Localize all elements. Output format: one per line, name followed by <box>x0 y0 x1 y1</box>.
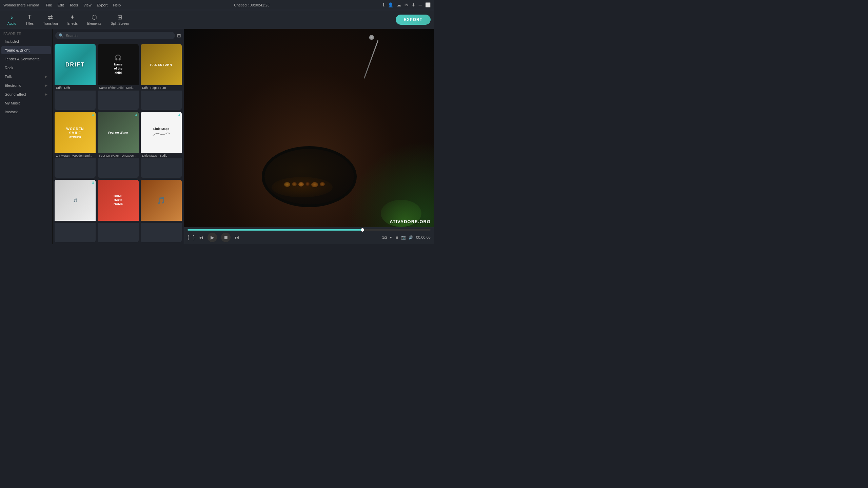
menu-edit[interactable]: Edit <box>57 3 64 7</box>
elements-label: Elements <box>87 22 101 25</box>
split-screen-icon: ⊞ <box>117 14 122 21</box>
maps-download-icon: ⬇ <box>178 113 180 117</box>
included-label: Included <box>5 39 19 43</box>
sidebar-item-imstock[interactable]: Imstock <box>1 108 51 116</box>
watermark: ATIVADORE.ORG <box>390 219 431 224</box>
snapshot-icon: 📷 <box>401 235 406 240</box>
page-selector[interactable]: ▾ <box>390 235 392 240</box>
sidebar-item-rock[interactable]: Rock <box>1 64 51 72</box>
sidebar-item-my-music[interactable]: My Music <box>1 99 51 107</box>
menu-help[interactable]: Help <box>113 3 121 7</box>
toolbar-titles[interactable]: T Titles <box>22 13 38 27</box>
next-frame-button[interactable]: ⏭ <box>235 235 239 240</box>
electronic-label: Electronic <box>5 83 21 87</box>
cloud-icon[interactable]: ☁ <box>397 2 401 7</box>
volume-icon[interactable]: 🔊 <box>409 235 413 240</box>
card-name-title: Name of the Child - Moti... <box>98 85 139 91</box>
card-pages-title: Drift - Pages Turn <box>141 85 182 91</box>
menu-export[interactable]: Export <box>97 3 108 7</box>
menu-view[interactable]: View <box>83 3 92 7</box>
sidebar-item-included[interactable]: Included <box>1 37 51 45</box>
window-title: Untitled : 00:00:41:23 <box>121 3 383 7</box>
minimize-icon[interactable]: ─ <box>419 2 422 7</box>
top-bar: Wondershare Filmora File Edit Tools View… <box>0 0 434 10</box>
menu-tools[interactable]: Tools <box>69 3 78 7</box>
card-wooden-img: WOODENSMILE ZIV MORAN ⬇ <box>55 112 96 153</box>
playback-controls: { } ⏮ ▶ ⏹ ⏭ 1/2 ▾ 🖥 📷 🔊 00:00:05 <box>188 233 431 242</box>
effects-label: Effects <box>67 22 78 25</box>
favorite-section-title: Favorite <box>0 29 52 37</box>
export-button[interactable]: EXPORT <box>396 15 431 25</box>
music-card-back[interactable]: COMEBACKHOME <box>98 180 139 242</box>
sidebar-item-sound-effect[interactable]: Sound Effect ▶ <box>1 90 51 98</box>
toolbar: ♪ Audio T Titles ⇄ Transition ✦ Effects … <box>0 10 434 29</box>
grid-toggle-icon[interactable]: ⊞ <box>177 33 181 38</box>
sidebar-item-folk[interactable]: Folk ▶ <box>1 73 51 81</box>
sketch-download-icon: ⬇ <box>92 181 94 185</box>
toolbar-audio[interactable]: ♪ Audio <box>3 13 20 27</box>
play-pause-button[interactable]: ▶ <box>208 233 217 242</box>
card-sketch-img: 🎵 ⬇ <box>55 180 96 221</box>
music-card-orange[interactable]: 🎵 <box>141 180 182 242</box>
wooden-download-icon: ⬇ <box>92 113 94 117</box>
music-card-drift[interactable]: DRIFT Drift - Drift <box>55 44 96 110</box>
folk-arrow: ▶ <box>45 75 47 78</box>
toolbar-elements[interactable]: ⬡ Elements <box>83 12 105 27</box>
music-card-name[interactable]: 🎧 Nameof thechild Name of the Child - Mo… <box>98 44 139 110</box>
screen-icon: 🖥 <box>395 235 398 239</box>
young-bright-label: Young & Bright <box>5 48 29 52</box>
toolbar-transition[interactable]: ⇄ Transition <box>39 12 62 27</box>
menu-file[interactable]: File <box>46 3 52 7</box>
electronic-arrow: ▶ <box>45 84 47 87</box>
sidebar-item-electronic[interactable]: Electronic ▶ <box>1 81 51 90</box>
progress-fill <box>188 229 362 231</box>
card-feet-img: Feel on Water ⬇ <box>98 112 139 153</box>
feet-download-icon: ⬇ <box>135 113 137 117</box>
mail-icon[interactable]: ✉ <box>405 2 408 7</box>
page-indicator: 1/2 <box>382 235 387 239</box>
card-name-img: 🎧 Nameof thechild <box>98 44 139 85</box>
music-card-pages[interactable]: PAGESTURN Drift - Pages Turn <box>141 44 182 110</box>
music-card-sketch[interactable]: 🎵 ⬇ <box>55 180 96 242</box>
right-panel: ATIVADORE.ORG { } ⏮ ▶ ⏹ ⏭ 1/2 ▾ 🖥 📷 <box>184 29 434 244</box>
card-wooden-title: Ziv Moran - Wooden Smi... <box>55 153 96 158</box>
toolbar-effects[interactable]: ✦ Effects <box>63 12 82 27</box>
tender-label: Tender & Sentimental <box>5 57 40 61</box>
search-bar: 🔍 ⊞ <box>53 29 184 42</box>
mark-in-button[interactable]: { <box>188 235 189 240</box>
card-drift-title: Drift - Drift <box>55 85 96 91</box>
card-back-img: COMEBACKHOME <box>98 180 139 221</box>
sidebar-item-tender[interactable]: Tender & Sentimental <box>1 55 51 63</box>
music-library-panel: 🔍 ⊞ DRIFT Drift - Drift 🎧 Nameof thechil… <box>53 29 184 244</box>
download-icon[interactable]: ⬇ <box>412 2 415 7</box>
account-icon[interactable]: 👤 <box>388 2 393 7</box>
audio-label: Audio <box>7 22 16 25</box>
audio-icon: ♪ <box>10 14 13 21</box>
card-orange-title <box>141 221 182 223</box>
sound-effect-label: Sound Effect <box>5 92 26 96</box>
titles-icon: T <box>28 14 32 21</box>
preview-area: ATIVADORE.ORG <box>184 29 434 227</box>
progress-thumb <box>361 228 364 232</box>
effects-icon: ✦ <box>70 14 75 21</box>
music-card-wooden[interactable]: WOODENSMILE ZIV MORAN ⬇ Ziv Moran - Wood… <box>55 112 96 178</box>
app-logo: Wondershare Filmora <box>3 3 39 7</box>
sidebar-item-young-bright[interactable]: Young & Bright <box>1 46 51 54</box>
mark-out-button[interactable]: } <box>193 235 195 240</box>
progress-bar[interactable] <box>188 229 431 231</box>
playback-bar: { } ⏮ ▶ ⏹ ⏭ 1/2 ▾ 🖥 📷 🔊 00:00:05 <box>184 227 434 244</box>
time-display: 00:00:05 <box>416 235 431 239</box>
music-card-maps[interactable]: Little Maps ⬇ Little Maps - Eddie <box>141 112 182 178</box>
music-card-feet[interactable]: Feel on Water ⬇ Feet On Water - Unexpec.… <box>98 112 139 178</box>
transition-icon: ⇄ <box>48 14 53 21</box>
info-icon[interactable]: ℹ <box>383 2 384 7</box>
maximize-icon[interactable]: ⬜ <box>425 2 431 7</box>
search-input[interactable] <box>66 34 172 38</box>
titles-label: Titles <box>26 22 34 25</box>
search-input-wrap[interactable]: 🔍 <box>55 32 175 39</box>
toolbar-split-screen[interactable]: ⊞ Split Screen <box>107 12 133 27</box>
card-maps-img: Little Maps ⬇ <box>141 112 182 153</box>
prev-frame-button[interactable]: ⏮ <box>199 235 203 240</box>
search-icon: 🔍 <box>59 33 64 38</box>
stop-button[interactable]: ⏹ <box>221 233 231 242</box>
